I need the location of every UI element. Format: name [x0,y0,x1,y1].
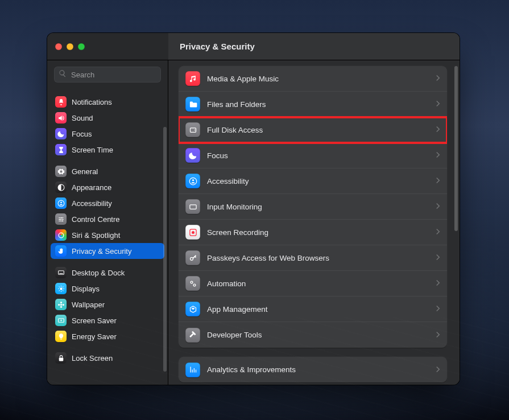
chevron-right-icon [436,99,440,109]
sidebar-item-label: Sound [72,114,93,122]
sidebar-item-siri[interactable]: Siri & Spotlight [51,227,164,243]
row-devtools[interactable]: Developer Tools [179,322,447,348]
row-label: Analytics & Improvements [207,365,429,374]
page-title: Privacy & Security [180,42,255,51]
row-label: Input Monitoring [207,203,429,211]
bulb-icon [55,331,67,342]
content-scrollbar[interactable] [454,66,458,231]
row-files[interactable]: Files and Folders [179,92,447,117]
sidebar-item-desktopdock[interactable]: Desktop & Dock [51,265,164,281]
sidebar-item-displays[interactable]: Displays [51,281,164,297]
sidebar: NotificationsSoundFocusScreen TimeGenera… [47,60,168,385]
sidebar-item-screensaver[interactable]: Screen Saver [51,312,164,328]
chevron-right-icon [436,201,440,212]
chevron-right-icon [436,227,440,237]
sidebar-item-label: Lock Screen [72,354,113,363]
row-label: Accessibility [207,177,429,186]
row-label: Full Disk Access [207,126,429,134]
sidebar-item-screentime[interactable]: Screen Time [51,142,164,158]
row-label: Developer Tools [207,331,429,339]
keyboard-icon [185,199,200,214]
row-label: App Management [207,305,429,314]
siri-icon [55,229,67,241]
lock-icon [55,352,67,364]
moon-icon [185,148,200,163]
row-appmgmt[interactable]: App Management [179,297,447,322]
person-icon [55,197,67,209]
sidebar-item-label: Wallpaper [72,300,105,309]
sidebar-item-label: Notifications [72,98,112,106]
sparkle-icon [55,315,67,326]
gear-icon [55,166,67,177]
sidebar-item-accessibility[interactable]: Accessibility [51,195,164,211]
search-field[interactable] [54,67,161,83]
sidebar-item-label: Screen Saver [72,316,117,325]
sidebar-item-label: Accessibility [72,199,112,208]
chevron-right-icon [436,365,440,375]
hammer-icon [185,328,200,343]
hand-icon [55,245,67,257]
flower-icon [55,299,67,310]
sidebar-item-label: Focus [72,130,92,138]
row-passkeys[interactable]: Passkeys Access for Web Browsers [179,245,447,271]
sidebar-item-energy[interactable]: Energy Saver [51,328,164,344]
chevron-right-icon [436,278,440,289]
close-button[interactable] [55,43,62,50]
system-settings-window: Privacy & Security NotificationsSoundFoc… [47,33,460,385]
zoom-button[interactable] [78,43,85,50]
gears-icon [185,276,200,291]
row-a11y[interactable]: Accessibility [179,168,447,194]
sidebar-item-appearance[interactable]: Appearance [51,179,164,195]
sidebar-item-wallpaper[interactable]: Wallpaper [51,297,164,312]
sidebar-scrollbar[interactable] [163,127,167,372]
minimize-button[interactable] [67,43,73,50]
row-screenrec[interactable]: Screen Recording [179,220,447,245]
search-input[interactable] [70,70,168,80]
disk-icon [185,122,200,137]
key-icon [185,250,200,265]
contrast-icon [55,182,67,193]
search-icon [59,69,67,80]
sidebar-item-label: Displays [72,285,100,293]
row-focus[interactable]: Focus [179,143,447,168]
sidebar-item-sound[interactable]: Sound [51,110,164,126]
sidebar-item-label: General [72,167,98,176]
person-icon [185,174,200,188]
sidebar-item-notifications[interactable]: Notifications [51,94,164,110]
bell-icon [55,96,67,108]
hourglass-icon [55,144,67,155]
row-label: Automation [207,279,429,288]
chevron-right-icon [436,330,440,340]
sidebar-item-label: Privacy & Security [72,247,131,256]
sidebar-list: NotificationsSoundFocusScreen TimeGenera… [47,87,168,385]
moon-icon [55,128,67,139]
sidebar-item-label: Desktop & Dock [72,269,125,277]
app-icon [185,302,200,316]
row-automation[interactable]: Automation [179,271,447,297]
sidebar-item-label: Control Centre [72,215,120,224]
sidebar-item-label: Siri & Spotlight [72,231,120,240]
chevron-right-icon [436,125,440,135]
dock-icon [55,267,67,278]
titlebar: Privacy & Security [168,33,460,60]
chevron-right-icon [436,150,440,160]
sliders-icon [55,213,67,225]
content-panel: Media & Apple MusicFiles and FoldersFull… [168,60,460,385]
row-fulldisk[interactable]: Full Disk Access [179,117,447,143]
sidebar-item-controlcentre[interactable]: Control Centre [51,211,164,227]
chevron-right-icon [436,176,440,186]
row-analytics[interactable]: Analytics & Improvements [179,357,447,382]
chart-icon [185,363,200,377]
record-icon [185,225,200,240]
sidebar-item-general[interactable]: General [51,163,164,179]
sidebar-item-label: Energy Saver [72,332,117,341]
row-inputmon[interactable]: Input Monitoring [179,194,447,220]
sidebar-item-focus[interactable]: Focus [51,126,164,142]
folder-icon [185,97,200,112]
row-label: Files and Folders [207,100,429,109]
row-label: Focus [207,151,429,160]
sidebar-item-privacy[interactable]: Privacy & Security [51,243,164,259]
row-media[interactable]: Media & Apple Music [179,66,447,92]
sidebar-item-lockscreen[interactable]: Lock Screen [51,350,164,366]
sun-icon [55,283,67,294]
